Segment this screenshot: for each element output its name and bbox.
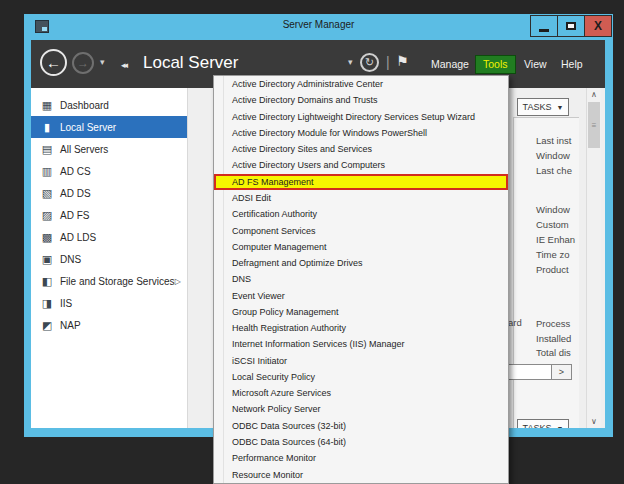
tools-menu-item[interactable]: Defragment and Optimize Drives bbox=[214, 255, 508, 271]
close-button[interactable]: X bbox=[584, 15, 612, 37]
sidebar-item-ad-lds[interactable]: ▩ AD LDS bbox=[31, 226, 187, 248]
property-label: Custom bbox=[536, 219, 569, 230]
tools-menu-item-ad-fs-management[interactable]: AD FS Management bbox=[214, 174, 508, 190]
sidebar-item-dashboard[interactable]: ▦ Dashboard bbox=[31, 94, 187, 116]
tasks-label: TASKS bbox=[523, 102, 552, 112]
notifications-flag-icon[interactable]: ⚑ bbox=[396, 53, 409, 69]
tools-menu-item[interactable]: Component Services bbox=[214, 222, 508, 238]
window-controls: X bbox=[531, 15, 612, 37]
expand-arrow-icon[interactable]: ▷ bbox=[175, 277, 181, 286]
tools-menu-item[interactable]: Internet Information Services (IIS) Mana… bbox=[214, 336, 508, 352]
property-label: Product bbox=[536, 264, 569, 275]
sidebar-item-label: AD DS bbox=[60, 188, 91, 199]
tasks-button[interactable]: TASKS ▼ bbox=[517, 98, 569, 116]
properties-values-column: Last inst Window Last che Window Custom … bbox=[513, 117, 579, 428]
sidebar-item-label: NAP bbox=[60, 320, 81, 331]
expand-right-button[interactable]: > bbox=[551, 365, 571, 379]
tools-menu-item[interactable]: Active Directory Lightweight Directory S… bbox=[214, 109, 508, 125]
sidebar-nav: ▦ Dashboard ▮ Local Server ▤ All Servers… bbox=[31, 88, 188, 428]
sidebar-item-label: Dashboard bbox=[60, 100, 109, 111]
menu-help[interactable]: Help bbox=[561, 58, 583, 70]
property-label: Total dis bbox=[536, 347, 571, 358]
dns-icon: ▣ bbox=[39, 253, 55, 266]
history-dropdown-icon[interactable]: ▾ bbox=[100, 57, 105, 67]
tools-menu-item[interactable]: Active Directory Sites and Services bbox=[214, 141, 508, 157]
sidebar-item-label: AD FS bbox=[60, 210, 89, 221]
back-button[interactable]: ← bbox=[40, 49, 67, 76]
tools-menu-item[interactable]: iSCSI Initiator bbox=[214, 353, 508, 369]
sidebar-item-label: Local Server bbox=[60, 122, 116, 133]
breadcrumb[interactable]: Local Server bbox=[143, 53, 238, 73]
maximize-button[interactable] bbox=[557, 15, 585, 37]
refresh-icon[interactable]: ↻ bbox=[360, 53, 379, 72]
sidebar-item-ad-fs[interactable]: ▨ AD FS bbox=[31, 204, 187, 226]
tools-menu-item[interactable]: Event Viewer bbox=[214, 287, 508, 303]
minimize-button[interactable] bbox=[530, 15, 558, 37]
iis-icon: ◨ bbox=[39, 297, 55, 310]
scroll-down-icon[interactable]: ∨ bbox=[587, 415, 601, 428]
maximize-icon bbox=[566, 22, 576, 30]
tools-menu-item[interactable]: DNS bbox=[214, 271, 508, 287]
tools-menu-item[interactable]: Certification Authority bbox=[214, 206, 508, 222]
menu-view[interactable]: View bbox=[524, 58, 547, 70]
tools-menu-item[interactable]: ODBC Data Sources (32-bit) bbox=[214, 418, 508, 434]
ad-cs-icon: ▥ bbox=[39, 165, 55, 178]
tools-menu-item[interactable]: Microsoft Azure Services bbox=[214, 385, 508, 401]
property-label: Installed bbox=[536, 333, 571, 344]
property-label: Time zo bbox=[536, 249, 569, 260]
forward-button[interactable]: → bbox=[72, 52, 94, 74]
sidebar-item-label: AD CS bbox=[60, 166, 91, 177]
breadcrumb-dropdown-icon[interactable]: ▾ bbox=[348, 57, 353, 67]
tools-menu-item[interactable]: Health Registration Authority bbox=[214, 320, 508, 336]
sidebar-item-file-storage-services[interactable]: ◧ File and Storage Services ▷ bbox=[31, 270, 187, 292]
tools-menu-item[interactable]: Performance Monitor bbox=[214, 450, 508, 466]
tools-menu-item[interactable]: Resource Monitor bbox=[214, 466, 508, 482]
tools-menu-item[interactable]: Active Directory Administrative Center bbox=[214, 76, 508, 92]
servers-icon: ▤ bbox=[39, 143, 55, 156]
tools-menu-item[interactable]: Local Security Policy bbox=[214, 369, 508, 385]
tasks-caret-icon: ▼ bbox=[556, 104, 563, 111]
property-label: IE Enhan bbox=[536, 234, 575, 245]
sidebar-item-label: All Servers bbox=[60, 144, 108, 155]
scrollbar-thumb[interactable]: ≡ bbox=[588, 102, 600, 148]
property-label: Process bbox=[536, 318, 570, 329]
tools-menu-item[interactable]: Active Directory Users and Computers bbox=[214, 157, 508, 173]
property-label: Last che bbox=[536, 165, 572, 176]
navbar-divider: | bbox=[386, 54, 390, 70]
property-label: Window bbox=[536, 150, 570, 161]
tools-dropdown-menu: Active Directory Administrative Center A… bbox=[213, 75, 509, 484]
tools-menu-item[interactable]: Network Policy Server bbox=[214, 401, 508, 417]
vertical-scrollbar[interactable]: ∧ ≡ ∨ bbox=[586, 88, 601, 428]
sidebar-item-nap[interactable]: ◩ NAP bbox=[31, 314, 187, 336]
tools-menu-item[interactable]: ADSI Edit bbox=[214, 190, 508, 206]
dashboard-icon: ▦ bbox=[39, 99, 55, 112]
tasks-caret-icon: ▼ bbox=[556, 425, 563, 429]
sidebar-item-ad-cs[interactable]: ▥ AD CS bbox=[31, 160, 187, 182]
ad-lds-icon: ▩ bbox=[39, 231, 55, 244]
sidebar-item-label: IIS bbox=[60, 298, 72, 309]
tools-menu-item[interactable]: Active Directory Domains and Trusts bbox=[214, 92, 508, 108]
tools-menu-item[interactable]: Computer Management bbox=[214, 239, 508, 255]
tools-menu-item[interactable]: Active Directory Module for Windows Powe… bbox=[214, 125, 508, 141]
tasks-button-bottom[interactable]: TASKS ▼ bbox=[517, 419, 569, 428]
sidebar-item-local-server[interactable]: ▮ Local Server bbox=[31, 116, 187, 138]
tools-menu-item[interactable]: ODBC Data Sources (64-bit) bbox=[214, 434, 508, 450]
sidebar-item-iis[interactable]: ◨ IIS bbox=[31, 292, 187, 314]
nap-icon: ◩ bbox=[39, 319, 55, 332]
tasks-label: TASKS bbox=[523, 423, 552, 428]
desktop-background: Server Manager X ← → ▾ ◂◂ Local Server ▾… bbox=[0, 0, 624, 484]
sidebar-item-ad-ds[interactable]: ▧ AD DS bbox=[31, 182, 187, 204]
tools-menu-item[interactable]: Group Policy Management bbox=[214, 304, 508, 320]
sidebar-item-dns[interactable]: ▣ DNS bbox=[31, 248, 187, 270]
sidebar-item-label: AD LDS bbox=[60, 232, 96, 243]
sidebar-item-all-servers[interactable]: ▤ All Servers bbox=[31, 138, 187, 160]
menu-manage[interactable]: Manage bbox=[431, 58, 469, 70]
sidebar-item-label: File and Storage Services bbox=[60, 276, 175, 287]
window-title: Server Manager bbox=[24, 19, 613, 30]
titlebar[interactable]: Server Manager X bbox=[24, 14, 613, 40]
server-icon: ▮ bbox=[39, 121, 55, 134]
breadcrumb-chevrons-icon: ◂◂ bbox=[121, 60, 126, 70]
clipped-text-fragment: ard bbox=[508, 317, 522, 328]
scroll-up-icon[interactable]: ∧ bbox=[587, 88, 601, 101]
menu-tools[interactable]: Tools bbox=[475, 55, 516, 74]
